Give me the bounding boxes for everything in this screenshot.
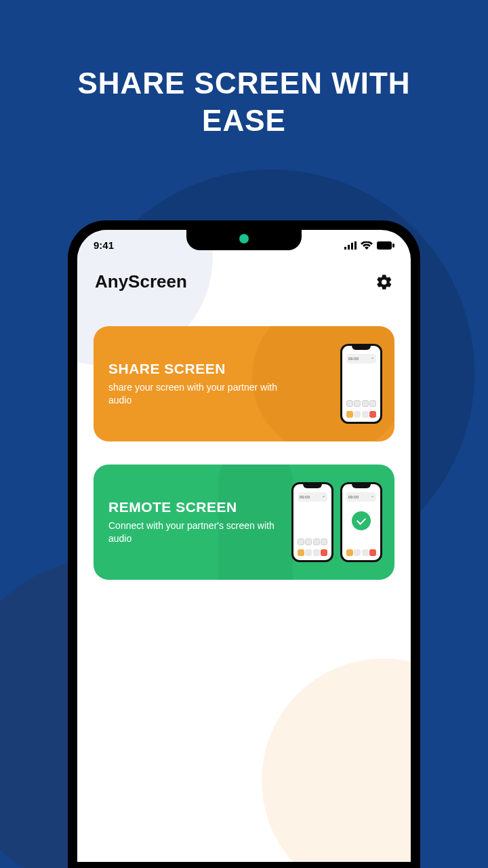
mini-time: 09:00: [348, 357, 359, 361]
gear-icon[interactable]: [375, 273, 393, 291]
card-subtitle: share your screen with your partner with…: [108, 381, 278, 407]
mini-phone-icon: 09:00⌃: [340, 344, 382, 424]
card-title: REMOTE SCREEN: [108, 499, 278, 515]
svg-rect-1: [348, 245, 350, 250]
svg-rect-4: [377, 241, 392, 250]
hero-title: SHARE SCREEN WITH EASE: [0, 0, 488, 139]
app-title: AnyScreen: [95, 271, 187, 292]
bg-decor: [262, 658, 411, 862]
mini-time: 09:00: [348, 495, 359, 499]
card-illustration: 09:00⌃ 09:00⌃: [291, 482, 382, 562]
device-frame: 9:41 AnyScreen SHARE SCREEN share your s…: [68, 220, 420, 868]
svg-rect-3: [354, 241, 357, 250]
status-indicators: [344, 241, 394, 250]
device-notch: [186, 230, 302, 250]
check-icon: [352, 511, 371, 530]
status-time: 9:41: [94, 239, 114, 251]
card-illustration: 09:00⌃: [340, 344, 382, 424]
remote-screen-card[interactable]: REMOTE SCREEN Connect with your partner'…: [94, 465, 394, 580]
svg-rect-5: [392, 243, 394, 248]
wifi-icon: [361, 241, 373, 250]
mini-phone-icon: 09:00⌃: [291, 482, 333, 562]
card-list: SHARE SCREEN share your screen with your…: [77, 299, 411, 580]
hero-line: EASE: [0, 102, 488, 139]
mini-phone-success-icon: 09:00⌃: [340, 482, 382, 562]
share-screen-card[interactable]: SHARE SCREEN share your screen with your…: [94, 326, 394, 441]
cellular-icon: [344, 241, 357, 250]
app-screen: 9:41 AnyScreen SHARE SCREEN share your s…: [77, 230, 411, 862]
svg-rect-0: [344, 247, 346, 250]
card-title: SHARE SCREEN: [108, 361, 278, 377]
card-subtitle: Connect with your partner's screen with …: [108, 519, 278, 545]
svg-rect-2: [351, 243, 353, 250]
battery-icon: [377, 241, 394, 250]
app-header: AnyScreen: [77, 251, 411, 299]
hero-line: SHARE SCREEN WITH: [0, 64, 488, 102]
mini-time: 09:00: [300, 495, 310, 499]
